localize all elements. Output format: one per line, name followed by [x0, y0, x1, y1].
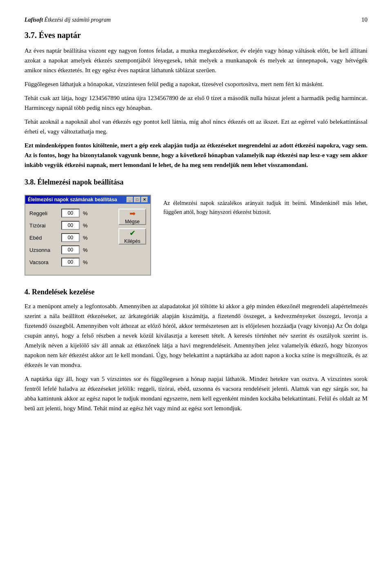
section-4: 4. Rendelések kezelése Ez a menüpont ame…	[24, 288, 368, 413]
dialog-label-uzsonna: Uzsonna	[29, 247, 58, 253]
dialog-row-reggeli: Reggeli %	[29, 209, 112, 218]
dialog-input-reggeli[interactable]	[61, 209, 80, 218]
kilepes-icon: ✔	[129, 229, 136, 238]
dialog-minimize-button[interactable]: _	[127, 197, 133, 202]
dialog-close-button[interactable]: ✕	[141, 197, 148, 202]
dialog-row-ebed: Ebéd %	[29, 233, 112, 242]
header-line: Lafisoft Étkezési díj számító program 10	[24, 16, 368, 23]
section-4-para-1: Ez a menüpont amely a legfontosabb. Amen…	[24, 301, 368, 370]
section-4-title: 4. Rendelések kezelése	[24, 288, 368, 296]
dialog-unit-tizorai: %	[83, 222, 88, 229]
dialog-label-tizorai: Tízórai	[29, 222, 58, 229]
brand-subtitle: Étkezési díj számító program	[43, 17, 111, 23]
section-38-title: 3.8. Élelmezési napok beállítása	[24, 178, 368, 187]
dialog-input-tizorai[interactable]	[61, 221, 80, 230]
dialog-titlebar-buttons: _ □ ✕	[127, 197, 148, 202]
dialog-unit-reggeli: %	[83, 210, 88, 216]
dialog-section: Élelmezési napok számának beállítása _ □…	[24, 195, 368, 276]
dialog-unit-uzsonna: %	[83, 247, 88, 253]
dialog-row-tizorai: Tízórai %	[29, 221, 112, 230]
dialog-unit-vacsora: %	[83, 259, 88, 265]
kilepes-button[interactable]: ✔ Kilépés	[118, 228, 146, 245]
dialog-titlebar: Élelmezési napok számának beállítása _ □…	[25, 196, 150, 204]
brand-name: Lafisoft	[24, 17, 43, 23]
dialog-input-uzsonna[interactable]	[61, 245, 80, 254]
section-37-para-1: Az éves naptár beállítása viszont egy na…	[24, 46, 368, 75]
section-4-para-2: A naptárka úgy áll, hogy van 5 vízszinte…	[24, 374, 368, 413]
section-38: 3.8. Élelmezési napok beállítása Élelmez…	[24, 178, 368, 276]
dialog-label-ebed: Ebéd	[29, 235, 58, 241]
section-37-para-3: Tehát csak azt látja, hogy 1234567890 ut…	[24, 93, 368, 113]
megse-label: Mégse	[125, 219, 140, 225]
dialog-fields: Reggeli % Tízórai % Ebéd %	[29, 209, 112, 270]
section-37-para-4: Tehát azoknál a napoknál ahol van étkezé…	[24, 117, 368, 136]
dialog-description: Az élelmezési napok százalékos arányait …	[163, 195, 368, 217]
kilepes-label: Kilépés	[124, 238, 140, 244]
section-37-title: 3.7. Éves naptár	[24, 31, 368, 40]
section-37-para-5: Ezt mindenképpen fontos kitöltenie, mert…	[24, 140, 368, 170]
megse-button[interactable]: ➡ Mégse	[118, 209, 146, 225]
dialog-box: Élelmezési napok számának beállítása _ □…	[24, 195, 151, 276]
dialog-unit-ebed: %	[83, 235, 88, 241]
section-37-para-2: Függőlegesen láthatjuk a hónapokat, vízs…	[24, 79, 368, 89]
section-37: 3.7. Éves naptár Az éves naptár beállítá…	[24, 31, 368, 170]
dialog-title-text: Élelmezési napok számának beállítása	[28, 197, 117, 202]
page-number: 10	[361, 16, 368, 23]
dialog-maximize-button[interactable]: □	[134, 197, 140, 202]
dialog-inner-layout: Reggeli % Tízórai % Ebéd %	[29, 209, 146, 270]
header-brand: Lafisoft Étkezési díj számító program	[24, 17, 111, 23]
dialog-row-uzsonna: Uzsonna %	[29, 245, 112, 254]
megse-icon: ➡	[129, 209, 136, 218]
dialog-row-vacsora: Vacsora %	[29, 258, 112, 267]
dialog-label-reggeli: Reggeli	[29, 210, 58, 216]
dialog-input-ebed[interactable]	[61, 233, 80, 242]
dialog-buttons: ➡ Mégse ✔ Kilépés	[118, 209, 146, 270]
dialog-label-vacsora: Vacsora	[29, 259, 58, 265]
dialog-content: Reggeli % Tízórai % Ebéd %	[25, 204, 150, 275]
dialog-input-vacsora[interactable]	[61, 258, 80, 267]
